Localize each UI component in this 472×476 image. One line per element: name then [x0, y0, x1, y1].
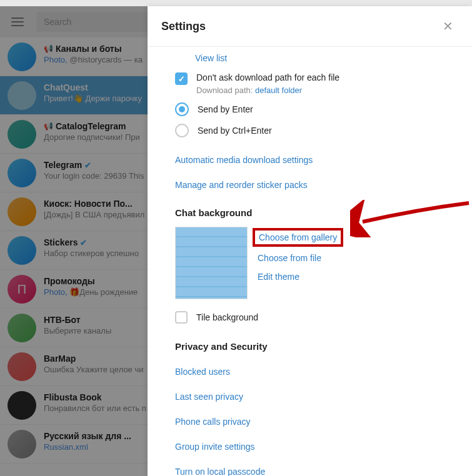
avatar — [8, 81, 36, 110]
avatar — [8, 430, 36, 459]
chat-name: Киоск: Новости По... — [44, 199, 133, 209]
chat-name: Stickers✔ — [44, 237, 87, 247]
avatar — [8, 159, 36, 187]
send-enter-label: Send by Enter — [198, 104, 253, 114]
settings-panel: Settings ✕ View list ✓ Don't ask downloa… — [148, 6, 472, 476]
avatar — [8, 391, 36, 420]
chat-name: 📢CatalogTelegram — [44, 121, 126, 131]
dont-ask-label: Don't ask download path for each file — [196, 72, 339, 82]
settings-title: Settings — [161, 20, 206, 33]
send-ctrl-label: Send by Ctrl+Enter — [198, 126, 272, 136]
privacy-title: Privacy and Security — [175, 341, 458, 352]
edit-theme-link[interactable]: Edit theme — [258, 272, 338, 282]
send-ctrl-radio[interactable] — [175, 124, 189, 137]
verified-icon: ✔ — [80, 238, 87, 247]
chat-name: Flibusta Book — [44, 392, 102, 402]
send-enter-radio[interactable] — [175, 102, 189, 116]
settings-header: Settings ✕ — [148, 6, 472, 47]
bg-preview — [175, 227, 248, 299]
close-icon[interactable]: ✕ — [438, 16, 458, 36]
avatar — [8, 314, 36, 342]
download-path-label: Download path: default folder — [196, 86, 339, 95]
phone-calls-link[interactable]: Phone calls privacy — [175, 417, 458, 427]
verified-icon: ✔ — [84, 161, 91, 170]
tile-bg-checkbox[interactable] — [175, 311, 188, 324]
choose-file-link[interactable]: Choose from file — [258, 253, 338, 263]
chat-name: 📢Каналы и боты — [44, 44, 122, 54]
chat-name: Telegram✔ — [44, 160, 91, 170]
blocked-users-link[interactable]: Blocked users — [175, 367, 458, 377]
chat-name: Русский язык для ... — [44, 431, 131, 441]
avatar: П — [8, 275, 36, 304]
download-path-link[interactable]: default folder — [255, 86, 302, 95]
check-icon: ✓ — [178, 74, 185, 84]
passcode-link[interactable]: Turn on local passcode — [175, 467, 458, 476]
menu-button[interactable] — [8, 14, 28, 30]
avatar — [8, 197, 36, 226]
chat-name: ChatQuest — [44, 82, 88, 92]
avatar — [8, 120, 36, 149]
view-list-link[interactable]: View list — [148, 53, 472, 63]
avatar — [8, 42, 36, 71]
auto-media-link[interactable]: Automatic media download settings — [175, 155, 458, 165]
chat-name: НТВ-Бот — [44, 315, 81, 325]
last-seen-link[interactable]: Last seen privacy — [175, 392, 458, 402]
choose-gallery-link[interactable]: Choose from gallery — [259, 232, 337, 242]
avatar — [8, 236, 36, 265]
dont-ask-checkbox[interactable]: ✓ — [175, 72, 188, 85]
group-invite-link[interactable]: Group invite settings — [175, 442, 458, 452]
chat-name: BarMap — [44, 354, 76, 364]
chat-bg-title: Chat background — [175, 207, 458, 218]
chat-name: Промокоды — [44, 276, 95, 286]
sticker-packs-link[interactable]: Manage and reorder sticker packs — [175, 180, 458, 190]
avatar — [8, 352, 36, 381]
tile-bg-label: Tile background — [196, 312, 258, 322]
